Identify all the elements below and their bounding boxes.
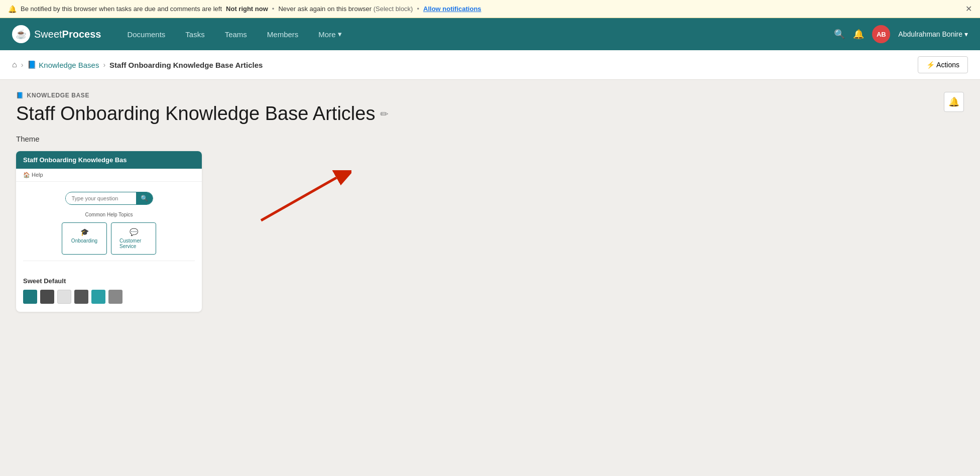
nav-members[interactable]: Members bbox=[257, 18, 309, 50]
bell-icon[interactable]: 🔔 bbox=[853, 29, 864, 40]
never-ask-button[interactable]: Never ask again on this browser (Select … bbox=[278, 5, 413, 13]
select-block-label: (Select block) bbox=[374, 5, 413, 13]
home-breadcrumb[interactable]: ⌂ bbox=[12, 60, 17, 69]
swatch-2[interactable] bbox=[40, 290, 54, 304]
swatch-6[interactable] bbox=[108, 290, 122, 304]
main-content: 🔔 📘 KNOWLEDGE BASE Staff Onboarding Know… bbox=[0, 80, 980, 476]
floating-bell-button[interactable]: 🔔 bbox=[944, 92, 964, 112]
nav-teams[interactable]: Teams bbox=[215, 18, 257, 50]
topics-grid: 🎓 Onboarding 💬 Customer Service bbox=[62, 222, 156, 255]
dot2: • bbox=[417, 5, 419, 13]
user-name[interactable]: Abdulrahman Bonire ▾ bbox=[898, 30, 968, 38]
logo[interactable]: ☕ SweetProcess bbox=[12, 25, 101, 43]
theme-search-button[interactable]: 🔍 bbox=[136, 192, 153, 204]
kb-breadcrumb-icon: 📘 bbox=[27, 60, 37, 69]
theme-divider bbox=[23, 261, 195, 261]
breadcrumb-sep-1: › bbox=[21, 61, 24, 69]
topic-customer-service[interactable]: 💬 Customer Service bbox=[111, 222, 156, 255]
user-chevron-icon: ▾ bbox=[964, 30, 968, 38]
notification-bell-icon: 🔔 bbox=[8, 5, 17, 13]
allow-notifications-link[interactable]: Allow notifications bbox=[423, 5, 481, 13]
theme-preview-card[interactable]: Staff Onboarding Knowledge Bas 🏠 Help 🔍 … bbox=[16, 151, 202, 312]
notification-bar: 🔔 Be notified by this browser when tasks… bbox=[0, 0, 980, 18]
red-arrow-annotation bbox=[251, 170, 351, 232]
topic-customer-service-label: Customer Service bbox=[119, 238, 148, 249]
floating-bell-icon: 🔔 bbox=[948, 96, 959, 107]
search-icon[interactable]: 🔍 bbox=[834, 29, 845, 40]
not-now-button[interactable]: Not right now bbox=[226, 5, 268, 13]
nav-links: Documents Tasks Teams Members More ▾ bbox=[117, 18, 834, 50]
notification-message: Be notified by this browser when tasks a… bbox=[21, 5, 222, 13]
main-nav: ☕ SweetProcess Documents Tasks Teams Mem… bbox=[0, 18, 980, 50]
nav-more[interactable]: More ▾ bbox=[308, 18, 351, 50]
nav-documents[interactable]: Documents bbox=[117, 18, 175, 50]
onboarding-icon: 🎓 bbox=[80, 228, 89, 236]
theme-section-label: Theme bbox=[16, 135, 964, 143]
avatar[interactable]: AB bbox=[872, 25, 890, 43]
topic-onboarding[interactable]: 🎓 Onboarding bbox=[62, 222, 107, 255]
color-swatches bbox=[16, 290, 202, 312]
theme-search-input[interactable] bbox=[66, 193, 136, 204]
page-title: Staff Onboarding Knowledge Base Articles… bbox=[16, 103, 964, 125]
theme-card-body: 🔍 Common Help Topics 🎓 Onboarding 💬 Cust… bbox=[16, 182, 202, 277]
chevron-down-icon: ▾ bbox=[338, 30, 342, 39]
topic-onboarding-label: Onboarding bbox=[71, 238, 97, 244]
nav-right: 🔍 🔔 AB Abdulrahman Bonire ▾ bbox=[834, 25, 968, 43]
sweet-default-label: Sweet Default bbox=[16, 277, 202, 290]
breadcrumb-bar: ⌂ › 📘 Knowledge Bases › Staff Onboarding… bbox=[0, 50, 980, 80]
kb-label-icon: 📘 bbox=[16, 92, 24, 99]
breadcrumb-current: Staff Onboarding Knowledge Base Articles bbox=[109, 61, 263, 69]
nav-tasks[interactable]: Tasks bbox=[175, 18, 214, 50]
notification-close-button[interactable]: ✕ bbox=[965, 4, 972, 14]
swatch-5[interactable] bbox=[91, 290, 105, 304]
theme-card-nav: 🏠 Help bbox=[16, 169, 202, 182]
actions-button[interactable]: ⚡ Actions bbox=[918, 56, 968, 73]
swatch-4[interactable] bbox=[74, 290, 88, 304]
kb-section-label: 📘 KNOWLEDGE BASE bbox=[16, 92, 964, 99]
swatch-3[interactable] bbox=[57, 290, 71, 304]
knowledge-bases-breadcrumb[interactable]: 📘 Knowledge Bases bbox=[27, 60, 99, 69]
swatch-1[interactable] bbox=[23, 290, 37, 304]
edit-title-icon[interactable]: ✏ bbox=[380, 108, 389, 120]
breadcrumb-sep-2: › bbox=[103, 61, 105, 69]
logo-text: SweetProcess bbox=[34, 29, 101, 40]
theme-search-bar: 🔍 bbox=[65, 192, 153, 205]
theme-card-header: Staff Onboarding Knowledge Bas bbox=[16, 151, 202, 169]
svg-line-1 bbox=[261, 178, 336, 220]
common-topics-label: Common Help Topics bbox=[85, 212, 133, 217]
dot1: • bbox=[272, 5, 275, 13]
customer-service-icon: 💬 bbox=[130, 228, 138, 236]
logo-icon: ☕ bbox=[12, 25, 30, 43]
